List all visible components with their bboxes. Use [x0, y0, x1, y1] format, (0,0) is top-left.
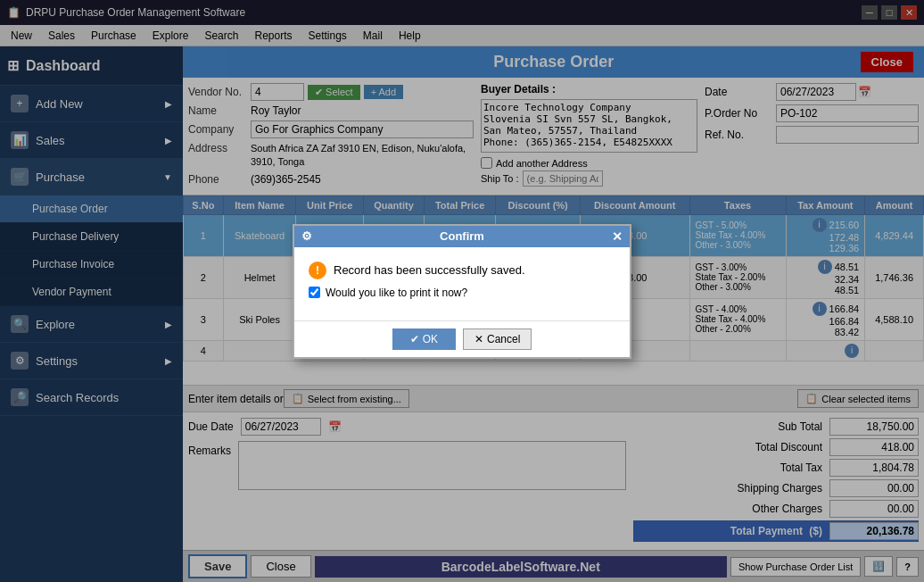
modal-icon: ⚙ — [301, 229, 312, 243]
modal-print-checkbox[interactable] — [309, 287, 320, 298]
modal-checkbox-label: Would you like to print it now? — [326, 287, 467, 299]
ok-check-icon: ✔ — [410, 333, 419, 345]
modal-cancel-button[interactable]: ✕ Cancel — [463, 328, 532, 350]
modal-confirm-icon: ! — [309, 262, 326, 279]
modal-footer: ✔ OK ✕ Cancel — [294, 320, 630, 357]
modal-title: Confirm — [440, 229, 484, 243]
modal-checkbox-row: Would you like to print it now? — [309, 287, 615, 299]
modal-ok-button[interactable]: ✔ OK — [392, 328, 456, 350]
modal-overlay: ⚙ Confirm ✕ ! Record has been successful… — [0, 0, 924, 582]
cancel-x-icon: ✕ — [474, 333, 483, 345]
modal-body: ! Record has been successfully saved. Wo… — [294, 247, 630, 320]
confirm-modal: ⚙ Confirm ✕ ! Record has been successful… — [293, 224, 631, 359]
modal-header: ⚙ Confirm ✕ — [294, 226, 630, 247]
modal-close-button[interactable]: ✕ — [612, 229, 623, 244]
modal-message: Record has been successfully saved. — [334, 263, 525, 277]
